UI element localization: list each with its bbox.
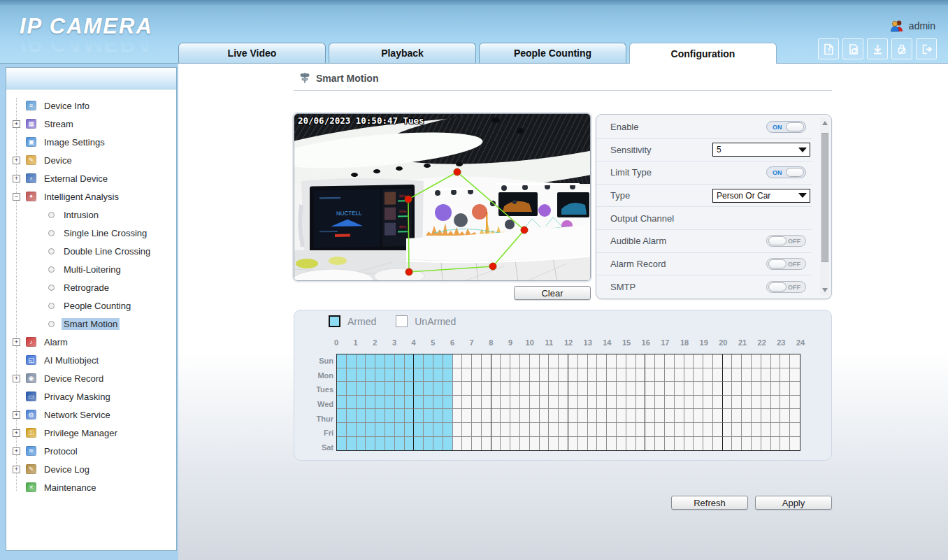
schedule-cell[interactable] (501, 382, 510, 396)
polygon-vertex[interactable] (405, 268, 412, 275)
schedule-cell[interactable] (742, 423, 752, 437)
schedule-cell[interactable] (713, 396, 723, 410)
tab-people-counting[interactable]: People Counting (479, 43, 626, 63)
schedule-cell[interactable] (375, 382, 385, 396)
schedule-cell[interactable] (597, 423, 607, 437)
schedule-cell[interactable] (385, 409, 395, 423)
sidebar-item-retrograde[interactable]: Retrograde (6, 278, 176, 296)
schedule-cell[interactable] (703, 437, 713, 451)
schedule-cell[interactable] (453, 423, 463, 437)
schedule-cell[interactable] (761, 409, 771, 423)
schedule-cell[interactable] (636, 423, 646, 437)
schedule-cell[interactable] (549, 396, 559, 410)
schedule-cell[interactable] (771, 354, 781, 368)
schedule-cell[interactable] (424, 354, 433, 368)
schedule-cell[interactable] (357, 437, 366, 451)
schedule-cell[interactable] (491, 396, 501, 410)
schedule-cell[interactable] (771, 437, 781, 451)
schedule-cell[interactable] (482, 382, 491, 396)
schedule-cell[interactable] (588, 409, 598, 423)
schedule-cell[interactable] (337, 409, 347, 423)
schedule-cell[interactable] (568, 382, 578, 396)
schedule-cell[interactable] (732, 437, 742, 451)
schedule-cell[interactable] (655, 423, 665, 437)
schedule-cell[interactable] (385, 368, 395, 382)
change-password-icon[interactable] (891, 38, 912, 59)
schedule-cell[interactable] (645, 396, 655, 410)
schedule-cell[interactable] (694, 409, 703, 423)
schedule-cell[interactable] (790, 382, 800, 396)
schedule-cell[interactable] (578, 409, 588, 423)
schedule-cell[interactable] (501, 423, 510, 437)
schedule-cell[interactable] (405, 437, 415, 451)
schedule-cell[interactable] (568, 396, 578, 410)
schedule-cell[interactable] (520, 368, 530, 382)
schedule-cell[interactable] (752, 354, 761, 368)
schedule-cell[interactable] (771, 368, 781, 382)
schedule-cell[interactable] (549, 354, 559, 368)
schedule-cell[interactable] (395, 354, 405, 368)
sidebar-item-stream[interactable]: +▦Stream (6, 115, 176, 133)
schedule-cell[interactable] (694, 382, 703, 396)
schedule-cell[interactable] (790, 409, 800, 423)
schedule-cell[interactable] (366, 423, 375, 437)
schedule-cell[interactable] (375, 368, 385, 382)
schedule-cell[interactable] (626, 382, 636, 396)
schedule-cell[interactable] (732, 409, 742, 423)
schedule-cell[interactable] (588, 354, 598, 368)
schedule-cell[interactable] (645, 382, 655, 396)
clear-button[interactable]: Clear (514, 286, 591, 300)
expand-icon[interactable]: + (13, 411, 20, 419)
schedule-cell[interactable] (597, 382, 607, 396)
schedule-cell[interactable] (626, 423, 636, 437)
schedule-cell[interactable] (375, 423, 385, 437)
schedule-cell[interactable] (395, 423, 405, 437)
schedule-cell[interactable] (645, 437, 655, 451)
sidebar-item-external-device[interactable]: +♁External Device (6, 169, 176, 187)
schedule-cell[interactable] (540, 396, 550, 410)
schedule-cell[interactable] (665, 368, 675, 382)
schedule-cell[interactable] (732, 368, 742, 382)
schedule-cell[interactable] (723, 437, 733, 451)
expand-icon[interactable]: + (13, 120, 20, 128)
schedule-cell[interactable] (607, 437, 617, 451)
schedule-cell[interactable] (742, 409, 752, 423)
schedule-cell[interactable] (405, 368, 415, 382)
schedule-cell[interactable] (713, 437, 723, 451)
schedule-cell[interactable] (626, 368, 636, 382)
schedule-cell[interactable] (540, 368, 550, 382)
type-select[interactable]: Person Or Car (712, 189, 810, 203)
schedule-cell[interactable] (665, 409, 675, 423)
schedule-cell[interactable] (607, 423, 617, 437)
scroll-up-icon[interactable] (822, 121, 828, 125)
schedule-cell[interactable] (366, 368, 375, 382)
schedule-cell[interactable] (703, 409, 713, 423)
schedule-cell[interactable] (752, 382, 761, 396)
schedule-cell[interactable] (703, 382, 713, 396)
schedule-cell[interactable] (540, 382, 550, 396)
schedule-cell[interactable] (366, 409, 375, 423)
schedule-cell[interactable] (684, 409, 694, 423)
schedule-cell[interactable] (790, 437, 800, 451)
schedule-cell[interactable] (597, 437, 607, 451)
schedule-cell[interactable] (723, 423, 733, 437)
schedule-cell[interactable] (626, 396, 636, 410)
schedule-cell[interactable] (424, 423, 433, 437)
schedule-cell[interactable] (395, 396, 405, 410)
import-file-icon[interactable] (842, 38, 863, 59)
schedule-cell[interactable] (424, 396, 433, 410)
schedule-cell[interactable] (395, 437, 405, 451)
schedule-cell[interactable] (414, 368, 424, 382)
schedule-cell[interactable] (501, 409, 510, 423)
schedule-cell[interactable] (501, 368, 510, 382)
schedule-cell[interactable] (588, 396, 598, 410)
schedule-cell[interactable] (520, 423, 530, 437)
schedule-cell[interactable] (472, 368, 482, 382)
refresh-button[interactable]: Refresh (671, 496, 748, 510)
schedule-cell[interactable] (780, 409, 790, 423)
expand-icon[interactable]: + (13, 338, 20, 346)
schedule-cell[interactable] (568, 354, 578, 368)
polygon-vertex[interactable] (454, 168, 461, 175)
schedule-cell[interactable] (424, 382, 433, 396)
schedule-cell[interactable] (607, 354, 617, 368)
